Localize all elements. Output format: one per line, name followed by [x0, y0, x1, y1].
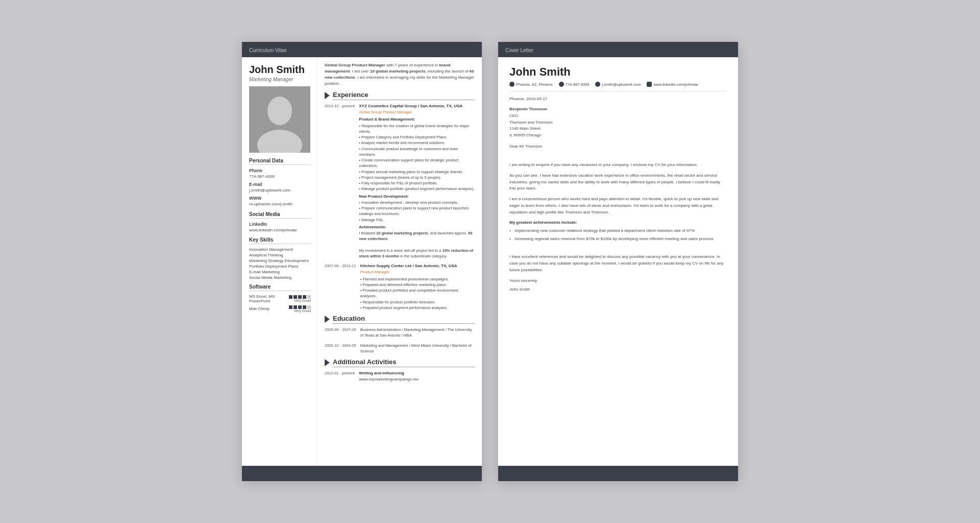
skill-2: Marketing Strategy Development: [249, 258, 311, 263]
edu-body-1: Marketing and Management / West Miami Un…: [360, 343, 475, 354]
additional-section-header: Additional Activities: [325, 358, 475, 367]
software-name-1: Mail Chimp: [249, 306, 270, 311]
exp-company-1: Kitchen Supply Center Ltd / San Antonio,…: [360, 263, 475, 269]
skill-3: Portfolio Deployment Plans: [249, 264, 311, 269]
cl-body: John Smith Phoenix, AZ, Phoenix 774-987-…: [498, 57, 738, 466]
www-value: cv.uptowork.com/j.smith: [249, 201, 311, 207]
svg-point-1: [267, 97, 292, 125]
add-date-0: 2012-01 - present: [325, 370, 355, 382]
software-item-1: Mail Chimp Very Good: [249, 305, 311, 313]
education-section-name: Education: [333, 315, 475, 324]
education-section-header: Education: [325, 315, 475, 324]
cl-recipient-city: IL 60605 Chicago: [509, 133, 541, 137]
exp-sub-0-1: New Product Development:: [359, 194, 475, 199]
cv-left-column: John Smith Marketing Manager Personal Da…: [242, 57, 317, 466]
education-arrow-icon: [325, 316, 330, 323]
cv-right-column: Global Group Product Manager with 7 year…: [317, 57, 482, 466]
education-entry-1: 2000-10 - 2004-05 Marketing and Manageme…: [325, 343, 475, 354]
exp-sub-0-0: Product & Brand Management:: [359, 116, 475, 122]
experience-entry-0: 2010-12 - present XYZ Cosmetics Capital …: [325, 103, 475, 259]
phone-label: Phone: [249, 168, 311, 173]
cl-paragraph-1: As you can see, I have had extensive vac…: [509, 173, 727, 192]
edu-date-0: 2005-09 - 2007-05: [325, 327, 356, 339]
cv-photo: [249, 86, 310, 153]
experience-entry-1: 2007-09 - 2010-11 Kitchen Supply Center …: [325, 263, 475, 311]
cl-date: Phoenix, 2016-05-17: [509, 97, 727, 101]
exp-role-0: Global Group Product Manager: [359, 109, 475, 115]
cl-contact-row: Phoenix, AZ, Phoenix 774-987-4009 j.smit…: [509, 82, 727, 91]
software-rating-0: Very Good: [289, 295, 311, 302]
experience-section-name: Experience: [333, 91, 475, 100]
cv-document: Curriculum Vitae John Smith Marketing Ma…: [242, 42, 482, 481]
skill-5: Social Media Marketing: [249, 275, 311, 280]
key-skills-title: Key Skills: [249, 237, 311, 244]
cl-closing: Yours sincerely: [509, 278, 727, 284]
add-title-0: Writing and Influencing: [359, 370, 475, 376]
cv-footer-bar: [242, 466, 482, 481]
cl-recipient: Benjamin Thomson CEO Thomson and Thomson…: [509, 106, 727, 139]
dot: [298, 295, 302, 299]
cl-recipient-address: 1140 Main Street: [509, 126, 541, 131]
software-name-0: MS Excel, MS PowerPoint: [249, 294, 289, 303]
cl-salutation: Dear Mr Thomson: [509, 144, 727, 149]
cv-job-title: Marketing Manager: [249, 77, 311, 82]
exp-sub-0-2: Achievements:: [359, 224, 475, 230]
cl-paragraph-2: I am a conscientious person who works ha…: [509, 196, 727, 216]
cv-summary: Global Group Product Manager with 7 year…: [325, 62, 475, 87]
cover-letter-document: Cover Letter John Smith Phoenix, AZ, Pho…: [498, 42, 738, 481]
phone-value: 774-987-4009: [249, 174, 311, 179]
skills-list: Innovation Management Analytical Thinkin…: [249, 247, 311, 280]
software-item-0: MS Excel, MS PowerPoint Very Good: [249, 294, 311, 303]
cv-header-label: Curriculum Vitae: [249, 47, 287, 53]
cl-header-label: Cover Letter: [505, 47, 533, 53]
linkedin-icon: [647, 82, 652, 87]
cl-recipient-company: Thomson and Thomson: [509, 120, 552, 125]
additional-entry-0: 2012-01 - present Writing and Influencin…: [325, 370, 475, 382]
dot: [293, 295, 297, 299]
dot: [289, 305, 292, 309]
skill-0: Innovation Management: [249, 247, 311, 252]
cl-recipient-title: CEO: [509, 113, 518, 118]
exp-date-0: 2010-12 - present: [325, 103, 355, 259]
cl-name: John Smith: [509, 65, 727, 79]
exp-bullets-1: • Planned and implemented promotional ca…: [360, 276, 475, 311]
www-label: WWW: [249, 196, 311, 201]
linkedin-label: LinkedIn: [249, 222, 311, 227]
cl-email: j.smith@uptowork.com: [595, 82, 641, 87]
education-entry-0: 2005-09 - 2007-05 Business Administratio…: [325, 327, 475, 339]
additional-arrow-icon: [325, 359, 330, 366]
exp-achievements-0: I finalized 10 global marketing projects…: [359, 230, 475, 259]
software-rating-1: Very Good: [289, 305, 311, 313]
cv-header-bar: Curriculum Vitae: [242, 42, 482, 57]
exp-bullets-0-1: • Innovation development - develop new p…: [359, 200, 475, 223]
software-label-1: Very Good: [294, 309, 311, 313]
cl-location: Phoenix, AZ, Phoenix: [509, 82, 553, 87]
exp-body-0: XYZ Cosmetics Capital Group / San Antoni…: [359, 103, 475, 259]
phone-icon: [559, 82, 564, 87]
exp-bullets-0-0: • Responsible for the creation of global…: [359, 123, 475, 192]
dot: [303, 305, 306, 309]
cl-achievement-1: Increasing regional sales revenue from $…: [509, 236, 727, 243]
dot: [293, 305, 297, 309]
cl-signature: John Smith: [509, 287, 727, 292]
cl-phone: 774-987-4009: [559, 82, 590, 87]
exp-body-1: Kitchen Supply Center Ltd / San Antonio,…: [360, 263, 475, 311]
skill-1: Analytical Thinking: [249, 253, 311, 257]
email-label: E-mail: [249, 182, 311, 187]
cv-body: John Smith Marketing Manager Personal Da…: [242, 57, 482, 466]
edu-text-0: Business Administration / Marketing Mana…: [360, 327, 475, 339]
edu-date-1: 2000-10 - 2004-05: [325, 343, 356, 354]
cl-header-bar: Cover Letter: [498, 42, 738, 57]
software-label-0: Very Good: [294, 299, 311, 302]
cl-footer-bar: [498, 466, 738, 481]
social-media-title: Social Media: [249, 211, 311, 219]
dot: [289, 295, 292, 299]
cl-linkedin: www.linkedin.com/johnutw: [647, 82, 698, 87]
dot: [298, 305, 302, 309]
email-value: j.smith@uptowork.com: [249, 187, 311, 193]
experience-section-header: Experience: [325, 91, 475, 100]
add-body-0: Writing and Influencing www.mymarketingc…: [359, 370, 475, 382]
cl-achievement-0: Implementing new customer relations stra…: [509, 228, 727, 234]
cl-paragraph-0: I am writing to enquire if you have any …: [509, 162, 727, 169]
edu-text-1: Marketing and Management / West Miami Un…: [360, 343, 475, 354]
